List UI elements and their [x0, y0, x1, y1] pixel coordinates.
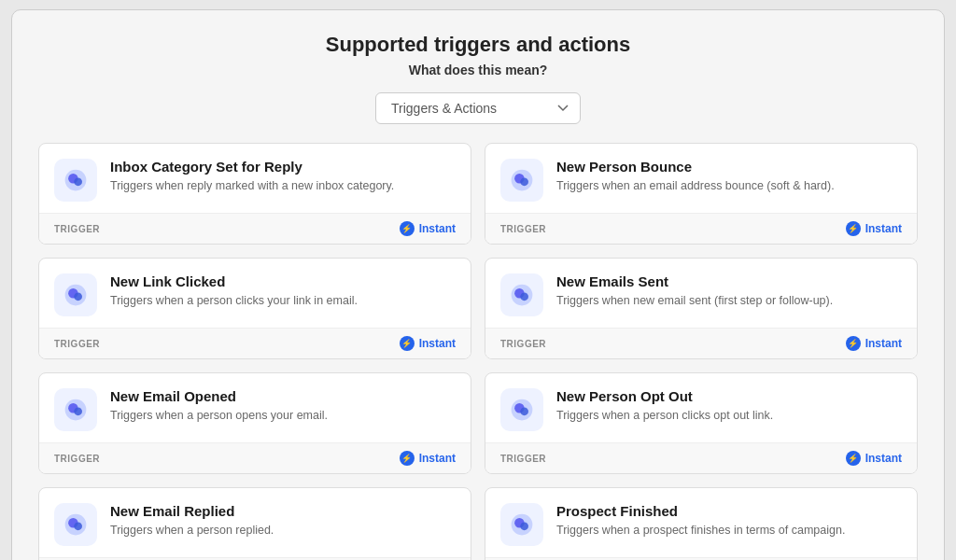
instant-badge: ⚡ Instant [846, 221, 902, 236]
card-text: New Email Replied Triggers when a person… [110, 503, 274, 539]
card-new-email-replied: New Email Replied Triggers when a person… [38, 487, 471, 560]
svg-point-2 [74, 177, 82, 186]
card-new-email-opened: New Email Opened Triggers when a person … [38, 372, 471, 474]
instant-label: Instant [419, 452, 456, 465]
instant-icon: ⚡ [846, 221, 861, 236]
card-body: New Link Clicked Triggers when a person … [39, 259, 471, 328]
card-prospect-finished: Prospect Finished Triggers when a prospe… [485, 487, 918, 560]
card-desc: Triggers when an email address bounce (s… [556, 178, 835, 195]
trigger-icon [54, 273, 97, 316]
card-footer: TRIGGER ⚡ Instant [485, 213, 917, 244]
svg-point-14 [74, 407, 82, 415]
card-title: Inbox Category Set for Reply [110, 159, 394, 175]
instant-label: Instant [865, 222, 902, 235]
instant-badge: ⚡ Instant [400, 451, 456, 466]
svg-point-11 [520, 292, 528, 301]
instant-icon: ⚡ [400, 221, 415, 236]
card-footer: TRIGGER ⚡ Instant [39, 328, 471, 358]
cards-grid: Inbox Category Set for Reply Triggers wh… [38, 143, 918, 560]
card-body: New Emails Sent Triggers when new email … [485, 259, 917, 328]
card-title: New Link Clicked [110, 273, 358, 289]
card-title: New Person Opt Out [556, 388, 773, 404]
card-body: Inbox Category Set for Reply Triggers wh… [39, 144, 471, 213]
modal-subtitle: What does this mean? [38, 63, 918, 77]
instant-badge: ⚡ Instant [400, 221, 456, 236]
trigger-icon [500, 159, 543, 202]
card-title: Prospect Finished [556, 503, 845, 519]
card-footer: TRIGGER ⚡ Instant [485, 328, 917, 358]
card-text: New Link Clicked Triggers when a person … [110, 273, 358, 310]
instant-icon: ⚡ [400, 451, 415, 466]
card-desc: Triggers when a person clicks your link … [110, 293, 358, 310]
card-desc: Triggers when new email sent (first step… [556, 293, 833, 310]
card-badge: TRIGGER [500, 454, 546, 464]
card-body: Prospect Finished Triggers when a prospe… [485, 488, 917, 557]
card-new-person-bounce: New Person Bounce Triggers when an email… [485, 143, 918, 245]
instant-badge: ⚡ Instant [846, 451, 902, 466]
instant-icon: ⚡ [400, 336, 415, 351]
card-footer: TRIGGER ⚡ Instant [39, 213, 471, 244]
card-text: New Person Bounce Triggers when an email… [556, 159, 835, 195]
card-text: New Person Opt Out Triggers when a perso… [556, 388, 773, 425]
modal: Supported triggers and actions What does… [11, 9, 945, 560]
instant-badge: ⚡ Instant [846, 336, 902, 351]
card-text: New Emails Sent Triggers when new email … [556, 273, 833, 310]
instant-badge: ⚡ Instant [400, 336, 456, 351]
card-footer: TRIGGER ⚡ Instant [485, 442, 917, 473]
card-desc: Triggers when a person replied. [110, 523, 274, 539]
card-desc: Triggers when a person opens your email. [110, 408, 328, 425]
card-badge: TRIGGER [500, 224, 546, 234]
card-text: Prospect Finished Triggers when a prospe… [556, 503, 845, 539]
svg-point-5 [520, 177, 528, 186]
card-desc: Triggers when a prospect finishes in ter… [556, 523, 845, 539]
card-desc: Triggers when reply marked with a new in… [110, 178, 394, 195]
svg-point-8 [74, 292, 82, 301]
filter-select[interactable]: Triggers & Actions Triggers Actions [375, 92, 581, 124]
instant-icon: ⚡ [846, 336, 861, 351]
card-badge: TRIGGER [54, 224, 100, 234]
card-badge: TRIGGER [54, 339, 100, 349]
trigger-icon [500, 503, 543, 546]
card-body: New Email Opened Triggers when a person … [39, 373, 471, 442]
card-body: New Email Replied Triggers when a person… [39, 488, 471, 557]
trigger-icon [500, 388, 543, 431]
card-title: New Email Opened [110, 388, 328, 404]
trigger-icon [500, 273, 543, 316]
trigger-icon [54, 388, 97, 431]
filter-wrapper: Triggers & Actions Triggers Actions [38, 92, 918, 124]
instant-label: Instant [419, 337, 456, 350]
svg-point-17 [520, 407, 528, 415]
card-text: New Email Opened Triggers when a person … [110, 388, 328, 425]
card-badge: TRIGGER [500, 339, 546, 349]
trigger-icon [54, 503, 97, 546]
modal-title: Supported triggers and actions [38, 33, 918, 57]
instant-label: Instant [865, 452, 902, 465]
card-desc: Triggers when a person clicks opt out li… [556, 408, 773, 425]
card-inbox-category: Inbox Category Set for Reply Triggers wh… [38, 143, 471, 245]
card-new-emails-sent: New Emails Sent Triggers when new email … [485, 258, 918, 359]
card-new-link-clicked: New Link Clicked Triggers when a person … [38, 258, 471, 359]
instant-label: Instant [419, 222, 456, 235]
svg-point-20 [74, 522, 82, 530]
card-badge: TRIGGER [54, 454, 100, 464]
svg-point-23 [520, 522, 528, 530]
card-text: Inbox Category Set for Reply Triggers wh… [110, 159, 394, 195]
instant-icon: ⚡ [846, 451, 861, 466]
instant-label: Instant [865, 337, 902, 350]
card-body: New Person Bounce Triggers when an email… [485, 144, 917, 213]
trigger-icon [54, 159, 97, 202]
card-title: New Person Bounce [556, 159, 835, 175]
card-footer: TRIGGER ⚡ Instant [39, 442, 471, 473]
card-title: New Email Replied [110, 503, 274, 519]
card-new-person-opt-out: New Person Opt Out Triggers when a perso… [485, 372, 918, 474]
card-title: New Emails Sent [556, 273, 833, 289]
card-body: New Person Opt Out Triggers when a perso… [485, 373, 917, 442]
